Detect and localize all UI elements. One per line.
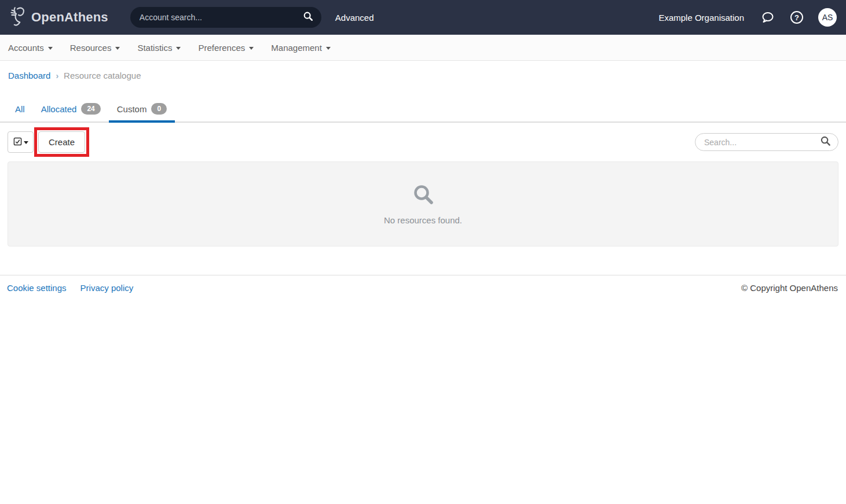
- tab-allocated[interactable]: Allocated 24: [33, 98, 109, 123]
- search-icon[interactable]: [303, 11, 313, 24]
- avatar[interactable]: AS: [818, 8, 837, 27]
- tab-label: Custom: [117, 104, 147, 114]
- tab-label: All: [15, 104, 25, 114]
- breadcrumb-current: Resource catalogue: [64, 71, 141, 80]
- organisation-name: Example Organisation: [658, 13, 744, 23]
- chevron-down-icon: [48, 47, 53, 50]
- nav-item-label: Resources: [70, 43, 112, 53]
- nav-item-preferences[interactable]: Preferences: [189, 35, 262, 60]
- nav-item-label: Preferences: [198, 43, 245, 53]
- privacy-policy-link[interactable]: Privacy policy: [80, 283, 134, 293]
- tab-bar: All Allocated 24 Custom 0: [0, 98, 846, 123]
- tab-custom[interactable]: Custom 0: [109, 98, 175, 123]
- resource-search[interactable]: [695, 133, 838, 151]
- topbar: OpenAthens Advanced Example Organisation…: [0, 0, 846, 35]
- chevron-down-icon: [249, 47, 254, 50]
- account-search[interactable]: [130, 7, 321, 28]
- chevron-down-icon: [176, 47, 181, 50]
- annotation-highlight-box: Create: [34, 127, 89, 157]
- tab-all[interactable]: All: [7, 98, 33, 123]
- chevron-down-icon: [24, 141, 28, 144]
- cookie-settings-link[interactable]: Cookie settings: [7, 283, 67, 293]
- nav-item-label: Accounts: [8, 43, 44, 53]
- breadcrumb-dashboard-link[interactable]: Dashboard: [8, 71, 50, 80]
- tab-badge: 0: [151, 103, 167, 115]
- nav-item-label: Statistics: [137, 43, 172, 53]
- select-all-dropdown-button[interactable]: [8, 131, 34, 153]
- resource-search-input[interactable]: [704, 138, 820, 147]
- breadcrumb: Dashboard › Resource catalogue: [0, 61, 846, 89]
- chevron-down-icon: [115, 47, 120, 50]
- logo-text: OpenAthens: [31, 10, 108, 25]
- nav-item-accounts[interactable]: Accounts: [8, 35, 61, 60]
- chat-icon[interactable]: [760, 10, 775, 25]
- advanced-search-link[interactable]: Advanced: [335, 13, 374, 23]
- help-icon[interactable]: ?: [789, 10, 804, 25]
- empty-state-message: No resources found.: [384, 215, 462, 225]
- nav-item-label: Management: [271, 43, 322, 53]
- avatar-initials: AS: [822, 13, 833, 22]
- account-search-input[interactable]: [140, 13, 303, 22]
- toolbar: Create: [8, 127, 838, 157]
- breadcrumb-chevron-icon: ›: [56, 71, 58, 80]
- create-button[interactable]: Create: [38, 131, 85, 153]
- nav-item-management[interactable]: Management: [262, 35, 339, 60]
- footer: Cookie settings Privacy policy © Copyrig…: [0, 275, 846, 293]
- empty-state-panel: No resources found.: [8, 161, 838, 247]
- chevron-down-icon: [326, 47, 331, 50]
- checkbox-icon: [13, 137, 22, 148]
- nav-item-resources[interactable]: Resources: [61, 35, 129, 60]
- svg-text:?: ?: [794, 13, 799, 22]
- main-nav: Accounts Resources Statistics Preference…: [0, 35, 846, 61]
- copyright-text: © Copyright OpenAthens: [741, 283, 838, 293]
- search-icon[interactable]: [820, 135, 831, 149]
- openathens-logo: OpenAthens: [8, 5, 108, 30]
- openathens-logo-icon: [8, 5, 28, 30]
- nav-item-statistics[interactable]: Statistics: [129, 35, 189, 60]
- tab-label: Allocated: [41, 104, 77, 114]
- magnifier-icon: [412, 183, 434, 208]
- tab-badge: 24: [81, 103, 100, 115]
